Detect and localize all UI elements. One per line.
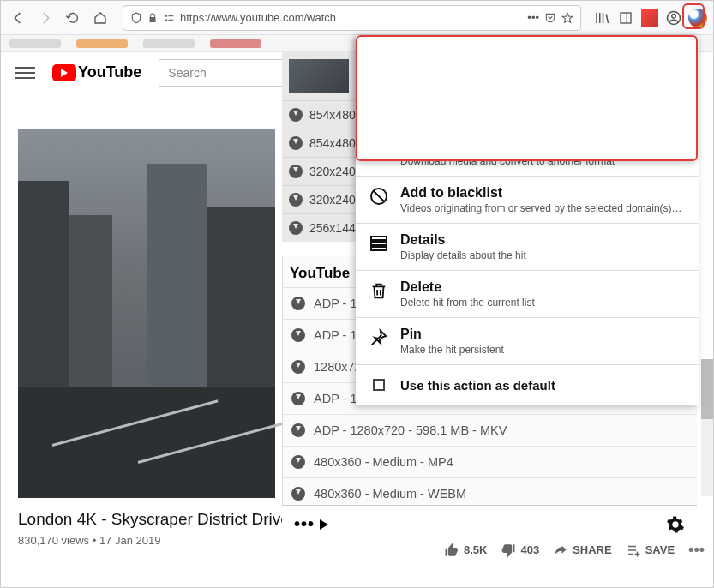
dots-icon: ••• <box>294 514 315 534</box>
checkbox-icon[interactable] <box>373 379 385 391</box>
download-icon <box>291 297 305 310</box>
video-title: London 4K - Skyscraper District Drive <box>18 510 290 529</box>
download-icon <box>291 487 305 501</box>
media-item[interactable]: 480x360 - Medium - MP4 <box>283 446 697 477</box>
svg-point-0 <box>165 15 167 16</box>
footer-more[interactable]: ••• <box>294 514 328 534</box>
youtube-brand-text: YouTube <box>78 63 141 81</box>
panel-footer: ••• <box>282 505 697 543</box>
download-icon <box>291 328 305 342</box>
download-icon <box>291 423 305 437</box>
library-icon[interactable] <box>591 8 612 28</box>
url-text: https://www.youtube.com/watch <box>180 11 522 24</box>
svg-rect-3 <box>168 19 173 20</box>
download-icon <box>289 221 303 235</box>
menu-delete[interactable]: DeleteDelete hit from the current list <box>356 271 699 318</box>
permissions-icon <box>163 12 175 24</box>
pin-icon <box>368 327 390 349</box>
settings-button[interactable] <box>666 515 685 534</box>
youtube-play-icon <box>52 64 76 81</box>
svg-rect-8 <box>373 109 385 111</box>
details-icon <box>368 232 390 255</box>
bolt-download-icon <box>368 44 390 66</box>
download-icon <box>289 136 303 150</box>
url-bar[interactable]: https://www.youtube.com/watch ••• <box>123 5 581 31</box>
star-icon[interactable] <box>561 12 573 24</box>
sidebar-icon[interactable] <box>615 8 636 28</box>
svg-rect-2 <box>168 15 173 16</box>
download-icon <box>291 455 305 469</box>
menu-default-checkbox[interactable]: Use this action as default <box>356 365 699 405</box>
menu-download[interactable]: DownloadDownload the file to your hard d… <box>356 82 699 129</box>
browser-toolbar: https://www.youtube.com/watch ••• <box>1 1 713 35</box>
media-item[interactable]: ADP - 1280x720 - 598.1 MB - MKV <box>283 414 697 446</box>
play-icon <box>320 519 328 530</box>
blacklist-icon <box>368 185 390 207</box>
svg-rect-11 <box>371 237 387 240</box>
svg-rect-12 <box>371 242 387 245</box>
hamburger-icon[interactable] <box>15 67 35 79</box>
menu-details[interactable]: DetailsDisplay details about the hit <box>356 224 699 271</box>
dislike-button[interactable]: 403 <box>501 543 539 558</box>
menu-quick-download[interactable]: Quick downloadDownload without asking fo… <box>356 35 699 82</box>
scrollbar-thumb[interactable] <box>701 359 713 419</box>
menu-pin[interactable]: PinMake the hit persistent <box>356 318 699 365</box>
video-meta: 830,170 views • 17 Jan 2019 <box>18 534 290 547</box>
download-icon <box>291 392 305 405</box>
lock-icon <box>147 13 158 23</box>
like-button[interactable]: 8.5K <box>444 543 487 558</box>
format-thumb <box>289 59 349 93</box>
forward-button[interactable] <box>33 6 57 30</box>
video-actions: 8.5K 403 SHARE SAVE ••• <box>444 541 705 559</box>
reload-button[interactable] <box>61 6 85 30</box>
shield-icon <box>130 12 142 24</box>
save-button[interactable]: SAVE <box>626 543 675 558</box>
youtube-logo[interactable]: YouTube <box>52 63 141 81</box>
svg-point-7 <box>672 14 676 18</box>
download-icon <box>289 165 303 178</box>
pocket-icon[interactable] <box>544 12 556 24</box>
video-player[interactable] <box>18 129 275 498</box>
share-button[interactable]: SHARE <box>553 543 612 558</box>
page-actions-icon[interactable]: ••• <box>527 11 539 24</box>
convert-icon <box>368 138 390 160</box>
svg-rect-13 <box>371 247 387 250</box>
svg-line-10 <box>374 191 384 201</box>
back-button[interactable] <box>6 6 30 30</box>
home-button[interactable] <box>88 6 112 30</box>
downloader-ext-icon[interactable] <box>687 8 708 28</box>
menu-download-convert[interactable]: Download & ConvertDownload media and con… <box>356 129 699 177</box>
download-icon <box>289 193 303 207</box>
action-menu: Quick downloadDownload without asking fo… <box>356 35 699 405</box>
download-icon <box>289 108 303 122</box>
svg-point-1 <box>165 19 167 21</box>
youtube-ext-icon[interactable] <box>639 8 660 28</box>
trash-icon <box>368 279 390 302</box>
download-icon <box>291 360 305 374</box>
account-icon[interactable] <box>663 8 684 28</box>
video-info: London 4K - Skyscraper District Drive 83… <box>18 510 290 547</box>
scrollbar[interactable] <box>701 359 713 496</box>
more-button[interactable]: ••• <box>688 541 705 559</box>
download-arrow-icon <box>368 91 390 113</box>
menu-blacklist[interactable]: Add to blacklistVideos originating from … <box>356 177 699 224</box>
svg-rect-4 <box>621 13 631 23</box>
search-placeholder: Search <box>168 66 206 80</box>
